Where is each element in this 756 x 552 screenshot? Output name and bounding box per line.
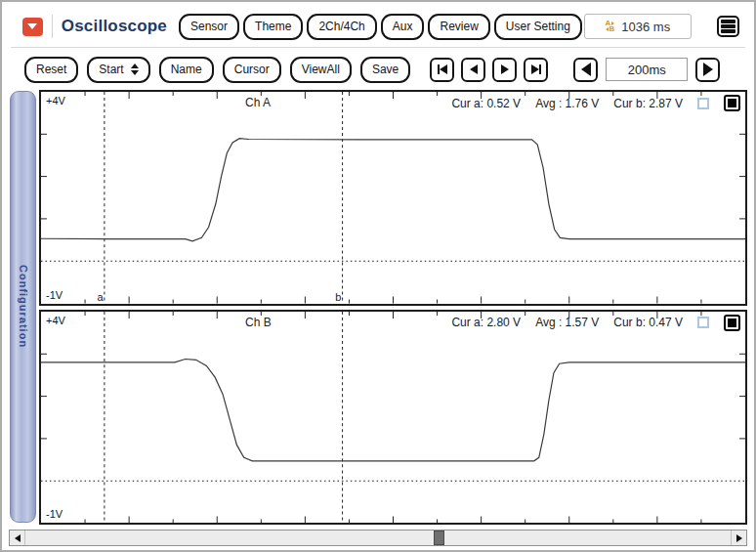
y-min-label: -1V xyxy=(46,508,63,520)
save-button[interactable]: Save xyxy=(360,57,410,83)
avg-readout: Avg : 1.57 V xyxy=(535,316,599,329)
top-toolbar: Oscilloscope Sensor Theme 2Ch/4Ch Aux Re… xyxy=(9,7,747,46)
channel-a-title: Ch A xyxy=(245,96,271,109)
page-title: Oscilloscope xyxy=(62,17,167,36)
viewall-button[interactable]: ViewAll xyxy=(290,57,352,83)
divider xyxy=(52,15,53,38)
configuration-panel-handle[interactable]: Configuration xyxy=(10,91,36,523)
plots-column: +4V Ch A Cur a: 0.52 V Avg : 1.76 V Cur … xyxy=(39,90,747,525)
channel-panel-a: +4V Ch A Cur a: 0.52 V Avg : 1.76 V Cur … xyxy=(39,90,747,306)
cursor-a-marker: a xyxy=(98,291,104,303)
list-menu-icon[interactable] xyxy=(717,16,739,37)
cursor-b-readout: Cur b: 2.87 V xyxy=(613,97,683,110)
skip-last-button[interactable] xyxy=(524,58,548,82)
cursor-button[interactable]: Cursor xyxy=(223,57,281,83)
sensor-button[interactable]: Sensor xyxy=(179,14,239,40)
waveform-plot-a[interactable] xyxy=(41,92,745,304)
transport-controls xyxy=(428,58,550,82)
configuration-label: Configuration xyxy=(18,265,29,348)
scrollbar-thumb[interactable] xyxy=(434,531,444,545)
step-forward-button[interactable] xyxy=(492,58,517,82)
skip-first-button[interactable] xyxy=(430,58,454,82)
name-button[interactable]: Name xyxy=(159,57,214,83)
review-button[interactable]: Review xyxy=(428,14,489,40)
scroll-left-icon[interactable] xyxy=(10,531,25,545)
y-max-label: +4V xyxy=(46,315,65,326)
channel-b-visibility-checkbox[interactable] xyxy=(697,317,709,328)
timebase-decrease-button[interactable] xyxy=(573,58,598,82)
scope-area: Configuration +4V Ch A Cur a: 0.52 V Avg… xyxy=(9,90,747,525)
y-max-label: +4V xyxy=(46,95,65,106)
cursor-b-marker: b xyxy=(335,291,341,303)
channel-b-title: Ch B xyxy=(245,316,272,329)
y-min-label: -1V xyxy=(46,289,63,301)
start-spinner-icon xyxy=(131,64,139,75)
channel-panel-b: +4V Ch B Cur a: 2.80 V Avg : 1.57 V Cur … xyxy=(39,310,747,526)
timebase-value: 200ms xyxy=(606,58,688,81)
theme-button[interactable]: Theme xyxy=(243,14,303,40)
chevron-down-icon xyxy=(27,23,37,29)
toolbar-divider xyxy=(11,47,745,48)
start-button[interactable]: Start xyxy=(87,57,149,83)
channel-a-visibility-checkbox[interactable] xyxy=(697,98,709,109)
user-setting-button[interactable]: User Setting xyxy=(494,14,582,40)
timebase-control: 200ms xyxy=(571,58,722,82)
channel-a-color-button[interactable] xyxy=(724,95,740,111)
aux-button[interactable]: Aux xyxy=(381,14,425,40)
channel-b-color-button[interactable] xyxy=(724,315,740,331)
cursor-b-readout: Cur b: 0.47 V xyxy=(613,316,683,329)
channel-mode-button[interactable]: 2Ch/4Ch xyxy=(307,14,376,40)
step-back-button[interactable] xyxy=(461,58,485,82)
waveform-plot-b[interactable] xyxy=(41,312,745,524)
scroll-right-icon[interactable] xyxy=(731,531,746,545)
cursor-a-readout: Cur a: 2.80 V xyxy=(451,316,521,329)
reset-button[interactable]: Reset xyxy=(24,57,78,83)
ab-interval-icon: A B xyxy=(606,21,615,32)
interval-time-value: 1036 ms xyxy=(621,20,670,34)
timebase-increase-button[interactable] xyxy=(695,58,720,82)
interval-time-display: A B 1036 ms xyxy=(584,14,692,39)
cursor-a-readout: Cur a: 0.52 V xyxy=(451,97,521,110)
app-menu-button[interactable] xyxy=(22,18,43,36)
control-toolbar: Reset Start Name Cursor ViewAll Save 200… xyxy=(9,51,747,88)
avg-readout: Avg : 1.76 V xyxy=(535,97,599,110)
oscilloscope-window: Oscilloscope Sensor Theme 2Ch/4Ch Aux Re… xyxy=(0,0,756,552)
horizontal-scrollbar[interactable] xyxy=(9,530,747,546)
